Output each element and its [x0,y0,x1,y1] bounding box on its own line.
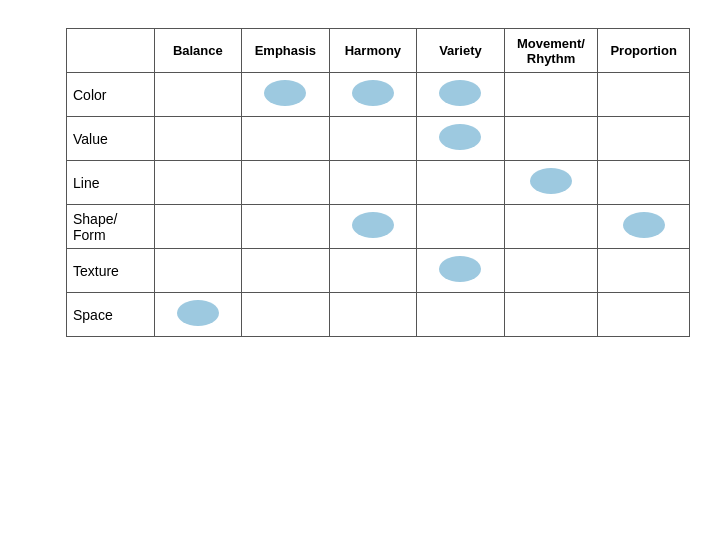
cell-3-2 [329,205,417,249]
chart-container: BalanceEmphasisHarmonyVarietyMovement/Rh… [30,28,690,337]
empty-header [67,29,155,73]
cell-5-2 [329,293,417,337]
column-header-0: Balance [154,29,242,73]
table-row: Space [67,293,690,337]
row-label-4: Texture [67,249,155,293]
cell-0-1 [242,73,330,117]
cell-5-5 [598,293,690,337]
cell-3-1 [242,205,330,249]
column-header-2: Harmony [329,29,417,73]
cell-0-4 [504,73,598,117]
cell-2-5 [598,161,690,205]
cell-4-0 [154,249,242,293]
table-row: Value [67,117,690,161]
cell-1-2 [329,117,417,161]
cell-2-3 [417,161,505,205]
cell-1-0 [154,117,242,161]
oval-indicator [264,80,306,106]
table-row: Line [67,161,690,205]
cell-5-1 [242,293,330,337]
cell-3-5 [598,205,690,249]
oval-indicator [177,300,219,326]
table-row: Color [67,73,690,117]
oval-indicator [530,168,572,194]
cell-2-4 [504,161,598,205]
cell-0-3 [417,73,505,117]
cell-1-1 [242,117,330,161]
cell-2-1 [242,161,330,205]
cell-4-2 [329,249,417,293]
table-row: Texture [67,249,690,293]
column-header-5: Proportion [598,29,690,73]
cell-3-3 [417,205,505,249]
cell-2-0 [154,161,242,205]
cell-3-0 [154,205,242,249]
cell-4-1 [242,249,330,293]
chart-table: BalanceEmphasisHarmonyVarietyMovement/Rh… [66,28,690,337]
cell-1-3 [417,117,505,161]
cell-3-4 [504,205,598,249]
cell-2-2 [329,161,417,205]
row-label-3: Shape/Form [67,205,155,249]
vertical-label-wrapper [30,28,66,337]
oval-indicator [439,124,481,150]
oval-indicator [439,256,481,282]
row-label-1: Value [67,117,155,161]
page: BalanceEmphasisHarmonyVarietyMovement/Rh… [0,0,720,540]
cell-0-2 [329,73,417,117]
row-label-0: Color [67,73,155,117]
oval-indicator [623,212,665,238]
oval-indicator [352,80,394,106]
column-header-3: Variety [417,29,505,73]
cell-0-0 [154,73,242,117]
cell-0-5 [598,73,690,117]
column-header-1: Emphasis [242,29,330,73]
header-row: BalanceEmphasisHarmonyVarietyMovement/Rh… [67,29,690,73]
cell-4-4 [504,249,598,293]
cell-5-0 [154,293,242,337]
cell-5-3 [417,293,505,337]
cell-1-5 [598,117,690,161]
row-label-5: Space [67,293,155,337]
column-header-4: Movement/Rhythm [504,29,598,73]
cell-1-4 [504,117,598,161]
oval-indicator [352,212,394,238]
row-label-2: Line [67,161,155,205]
cell-4-5 [598,249,690,293]
cell-4-3 [417,249,505,293]
cell-5-4 [504,293,598,337]
table-row: Shape/Form [67,205,690,249]
oval-indicator [439,80,481,106]
